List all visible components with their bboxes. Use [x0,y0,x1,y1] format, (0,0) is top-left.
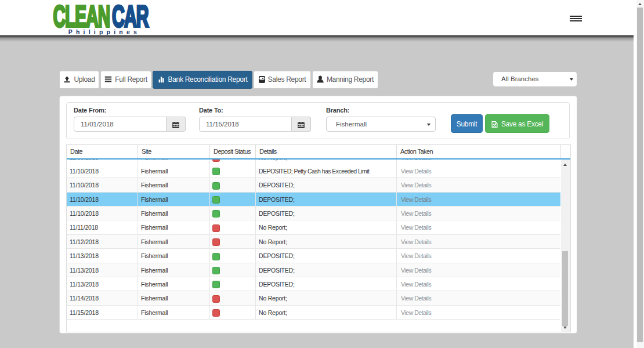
svg-text:Philippines: Philippines [68,28,140,35]
